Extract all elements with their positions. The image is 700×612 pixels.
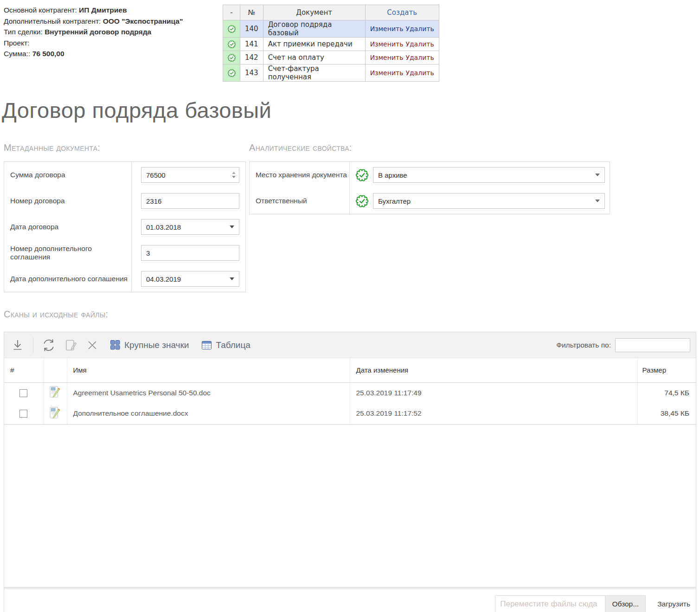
spinner-arrows[interactable] xyxy=(232,172,236,178)
size-column-header: Размер xyxy=(637,358,696,382)
documents-table: - № Документ Создать 140 Договор подряда… xyxy=(223,5,439,82)
deal-info-value: 76 500,00 xyxy=(32,50,64,58)
file-checkbox[interactable] xyxy=(19,410,27,418)
storage-place-value: В архиве xyxy=(378,171,407,179)
files-table-header: # Имя Дата изменения Размер xyxy=(4,358,696,382)
document-number: 143 xyxy=(240,64,263,82)
modified-column-header: Дата изменения xyxy=(350,358,637,382)
chevron-down-icon xyxy=(230,225,234,228)
page-title: Договор подряда базовый xyxy=(2,97,700,123)
field-label: Сумма договора xyxy=(4,162,132,188)
verified-badge-icon xyxy=(228,69,236,77)
document-number: 142 xyxy=(240,51,263,64)
status-cell xyxy=(223,38,240,51)
document-name-link[interactable]: Договор подряда базовый xyxy=(263,20,365,38)
file-type-cell xyxy=(44,403,67,424)
file-modified-date: 25.03.2019 11:17:52 xyxy=(350,403,637,424)
addendum-date-dropdown[interactable]: 04.03.2019 xyxy=(141,271,239,287)
contract-number-input[interactable] xyxy=(141,193,239,209)
contract-date-dropdown[interactable]: 01.03.2018 xyxy=(141,219,239,235)
deal-info-label: Сумма:: xyxy=(4,50,30,58)
chevron-down-icon xyxy=(595,200,600,202)
edit-link[interactable]: Изменить xyxy=(370,40,404,48)
documents-table-header: - № Документ Создать xyxy=(223,5,439,20)
document-actions: ИзменитьУдалить xyxy=(365,64,439,82)
deal-info-line: Дополнительный контрагент: ООО "Экспостр… xyxy=(4,16,223,27)
download-icon[interactable] xyxy=(12,338,24,352)
delete-link[interactable]: Удалить xyxy=(405,25,434,32)
top-area: Основной контрагент: ИП Дмитриев Дополни… xyxy=(0,0,700,82)
file-size: 38,45 КБ xyxy=(637,403,696,424)
edit-link[interactable]: Изменить xyxy=(370,69,404,77)
contract-amount-input[interactable] xyxy=(141,167,239,183)
delete-link[interactable]: Удалить xyxy=(405,69,434,77)
document-row-selected: 140 Договор подряда базовый ИзменитьУдал… xyxy=(223,20,439,38)
table-view-button[interactable]: Таблица xyxy=(202,340,250,350)
file-checkbox[interactable] xyxy=(19,389,27,397)
file-manager-toolbar: Крупные значки Таблица Фильтровать по: xyxy=(4,332,696,358)
edit-link[interactable]: Изменить xyxy=(370,54,404,61)
deal-info-line: Тип сделки: Внутренний договор подряда xyxy=(4,26,223,38)
responsible-dropdown[interactable]: Бухгалтер xyxy=(373,193,605,209)
deal-info-label: Основной контрагент: xyxy=(4,6,77,14)
select-cell xyxy=(4,382,44,403)
document-row: 142 Счет на оплату ИзменитьУдалить xyxy=(223,51,439,64)
document-name-link[interactable]: Счет-фактура полученная xyxy=(263,64,365,82)
form-row: Номер договора xyxy=(4,188,245,214)
form-row: Номер дополнительного соглашения xyxy=(4,240,245,266)
edit-link[interactable]: Изменить xyxy=(370,25,404,32)
deal-info-label: Тип сделки: xyxy=(4,28,43,36)
upload-dropzone-input[interactable] xyxy=(495,595,605,612)
create-link[interactable]: Создать xyxy=(365,5,439,20)
number-column-header: № xyxy=(240,5,263,20)
field-label: Номер договора xyxy=(4,188,132,214)
rename-icon[interactable] xyxy=(64,338,78,352)
deal-info: Основной контрагент: ИП Дмитриев Дополни… xyxy=(4,5,223,82)
spin-up-icon[interactable] xyxy=(232,172,236,174)
deal-info-value: Внутренний договор подряда xyxy=(45,28,151,36)
icon-column-header xyxy=(44,358,67,382)
deal-info-label: Проект: xyxy=(4,39,29,47)
large-icons-view-button[interactable]: Крупные значки xyxy=(110,340,189,350)
document-name-link[interactable]: Счет на оплату xyxy=(263,51,365,64)
delete-icon[interactable] xyxy=(86,339,98,351)
filter-input[interactable] xyxy=(615,338,690,352)
file-row: Agreement Usametrics Personal 50-50.doc … xyxy=(4,382,696,403)
document-name-link[interactable]: Акт приемки передачи xyxy=(263,38,365,51)
deal-info-value: ООО "Экспостраница" xyxy=(103,17,183,25)
delete-link[interactable]: Удалить xyxy=(405,54,434,61)
table-view-label: Таблица xyxy=(216,340,250,350)
spin-down-icon[interactable] xyxy=(232,176,236,178)
addendum-number-input[interactable] xyxy=(141,245,239,261)
large-icons-grid-icon xyxy=(110,340,120,350)
toolbar-separator xyxy=(33,337,33,353)
amount-spinner-wrap xyxy=(141,167,239,183)
table-view-icon xyxy=(202,341,212,349)
form-row: Ответственный Бухгалтер xyxy=(250,188,610,214)
field-label: Ответственный xyxy=(250,188,350,214)
responsible-value: Бухгалтер xyxy=(378,197,411,205)
verified-badge-icon xyxy=(228,54,236,62)
files-section: Сканы и исходные файлы: xyxy=(4,309,700,612)
file-list-empty-area xyxy=(4,425,696,587)
deal-info-value: ИП Дмитриев xyxy=(79,6,127,14)
delete-link[interactable]: Удалить xyxy=(405,40,434,48)
properties-area: Метаданные документа: Сумма договора Ном… xyxy=(4,142,700,292)
metadata-section-title: Метаданные документа: xyxy=(4,142,249,153)
upload-footer: Обзор... Загрузить xyxy=(4,589,696,612)
filter-area: Фильтровать по: xyxy=(556,338,696,352)
storage-place-dropdown[interactable]: В архиве xyxy=(373,167,605,183)
file-name[interactable]: Agreement Usametrics Personal 50-50.doc xyxy=(67,382,350,403)
file-name[interactable]: Дополнительное соглашение.docx xyxy=(67,403,350,424)
verified-badge-icon xyxy=(356,195,368,207)
form-row: Сумма договора xyxy=(4,162,245,188)
upload-button[interactable]: Загрузить xyxy=(657,600,690,608)
status-cell xyxy=(223,64,240,82)
document-number: 141 xyxy=(240,38,263,51)
refresh-icon[interactable] xyxy=(42,338,56,352)
file-type-cell xyxy=(44,382,67,403)
analytics-section-title: Аналитические свойства: xyxy=(249,142,610,153)
browse-button[interactable]: Обзор... xyxy=(605,595,646,612)
status-cell xyxy=(223,20,240,38)
num-column-header: # xyxy=(4,358,44,382)
